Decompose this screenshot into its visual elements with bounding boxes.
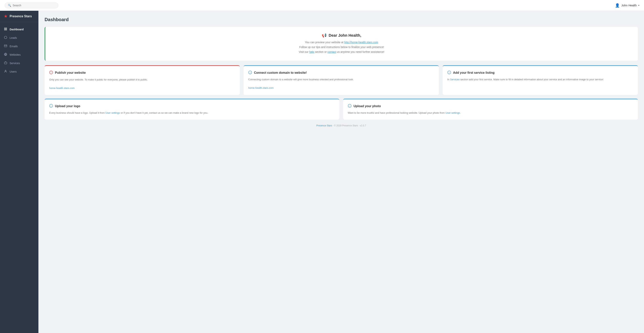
info-icon-2	[447, 70, 451, 75]
card-photo-body: Want to be more trustful and have profes…	[348, 111, 633, 115]
sidebar-item-users[interactable]: Users	[0, 67, 38, 76]
footer-separator-1: ·	[333, 124, 334, 127]
sidebar-item-dashboard[interactable]: Dashboard	[0, 25, 38, 34]
card-logo-body: Every business should have a logo. Uploa…	[49, 111, 335, 115]
card-domain: Connect custom domain to website! Connec…	[244, 65, 439, 95]
brand-star-icon: ★	[4, 14, 8, 19]
card-domain-body: Connecting custom domain to a website wi…	[248, 77, 434, 90]
user-icon: 👤	[615, 3, 620, 8]
welcome-line3b: section or	[314, 50, 328, 53]
card-service-title: Add your first service listing	[453, 71, 494, 74]
welcome-banner: 📢 Dear John Health, You can preview your…	[44, 27, 638, 61]
svg-rect-0	[4, 28, 6, 29]
svg-rect-1	[6, 28, 7, 29]
leads-icon	[4, 36, 7, 40]
sidebar-item-emails[interactable]: Emails	[0, 42, 38, 50]
footer-separator-2: ·	[358, 124, 360, 127]
card-domain-title: Connect custom domain to website!	[254, 71, 307, 74]
search-icon: 🔍	[8, 4, 11, 7]
website-link[interactable]: http://home-health.stars.com	[344, 41, 378, 44]
contact-link[interactable]: contact	[328, 50, 336, 53]
sidebar-brand: ★ Presence Stars	[0, 11, 38, 22]
card-photo-title: Upload your photo	[354, 104, 381, 108]
sidebar-item-label: Emails	[10, 45, 18, 48]
search-box[interactable]: 🔍	[4, 2, 58, 8]
welcome-title: 📢 Dear John Health,	[52, 33, 632, 38]
cards-row-2: Upload your logo Every business should h…	[44, 99, 638, 120]
brand-name: Presence Stars	[10, 14, 32, 18]
error-icon	[49, 70, 53, 75]
svg-rect-3	[6, 29, 7, 30]
user-menu[interactable]: 👤 John Health ▾	[615, 3, 640, 8]
sidebar-item-leads[interactable]: Leads	[0, 34, 38, 42]
card-logo-title: Upload your logo	[55, 104, 80, 108]
help-link[interactable]: help	[309, 50, 314, 53]
chevron-down-icon: ▾	[638, 4, 640, 7]
header: 🔍 👤 John Health ▾	[0, 0, 644, 11]
info-icon-4	[348, 104, 352, 108]
sidebar-item-label: Websites	[10, 53, 20, 56]
user-settings-link-2[interactable]: User settings.	[445, 111, 460, 114]
welcome-line3a: Visit our	[299, 50, 309, 53]
megaphone-icon: 📢	[322, 33, 326, 38]
footer-copyright: © 2019 Presence Stars	[334, 124, 358, 127]
sidebar-item-websites[interactable]: Websites	[0, 50, 38, 59]
search-input[interactable]	[13, 4, 55, 7]
user-name: John Health	[621, 4, 637, 7]
welcome-title-text: Dear John Health,	[328, 33, 361, 38]
info-icon-3	[49, 104, 53, 108]
card-publish-header: Publish your website	[49, 70, 235, 75]
footer: Presence Stars · © 2019 Presence Stars ·…	[44, 120, 638, 132]
sidebar-item-label: Leads	[10, 36, 17, 39]
welcome-line2: Follow up our tips and instructions belo…	[299, 45, 384, 48]
publish-website-link[interactable]: home-health.stars.com	[49, 87, 74, 89]
sidebar-item-label: Services	[10, 62, 20, 65]
footer-brand-link[interactable]: Presence Stars	[316, 124, 332, 127]
welcome-body: You can preview your website at http://h…	[52, 40, 632, 54]
page-title: Dashboard	[44, 17, 638, 22]
card-publish-title: Publish your website	[55, 71, 86, 74]
card-service-header: Add your first service listing	[447, 70, 633, 75]
grid-icon	[4, 27, 7, 31]
svg-rect-8	[4, 62, 7, 64]
footer-version: v2.0.7	[360, 124, 366, 127]
globe-icon	[4, 53, 7, 57]
domain-website-link[interactable]: home-health.stars.com	[248, 86, 274, 89]
sidebar-item-services[interactable]: Services	[0, 59, 38, 67]
services-link[interactable]: Services	[450, 78, 460, 81]
svg-point-9	[5, 70, 6, 71]
user-icon	[4, 70, 7, 73]
card-photo-header: Upload your photo	[348, 104, 633, 108]
svg-rect-2	[4, 29, 6, 30]
card-photo: Upload your photo Want to be more trustf…	[343, 99, 638, 120]
user-settings-link-1[interactable]: User settings	[106, 111, 120, 114]
sidebar-nav: Dashboard Leads Emails	[0, 22, 38, 79]
cards-row-1: Publish your website Only you can see yo…	[44, 65, 638, 95]
briefcase-icon	[4, 61, 7, 65]
mail-icon	[4, 44, 7, 48]
main-content: Dashboard 📢 Dear John Health, You can pr…	[38, 11, 644, 333]
card-service: Add your first service listing In Servic…	[443, 65, 638, 95]
card-service-body: In Services section add your first servi…	[447, 77, 633, 82]
card-logo-header: Upload your logo	[49, 104, 335, 108]
svg-point-4	[4, 36, 7, 39]
welcome-line3c: us anytime you need further assistance!	[336, 50, 384, 53]
card-publish: Publish your website Only you can see yo…	[44, 65, 240, 95]
layout: ★ Presence Stars Dashboard L	[0, 11, 644, 333]
card-publish-body: Only you can see your website. To make i…	[49, 78, 235, 90]
card-domain-header: Connect custom domain to website!	[248, 70, 434, 75]
info-icon	[248, 70, 252, 75]
welcome-line1: You can preview your website at	[305, 41, 344, 44]
sidebar: ★ Presence Stars Dashboard L	[0, 11, 38, 333]
sidebar-item-label: Dashboard	[10, 28, 24, 31]
card-logo: Upload your logo Every business should h…	[44, 99, 339, 120]
header-left: 🔍	[4, 2, 58, 8]
sidebar-item-label: Users	[10, 70, 17, 73]
